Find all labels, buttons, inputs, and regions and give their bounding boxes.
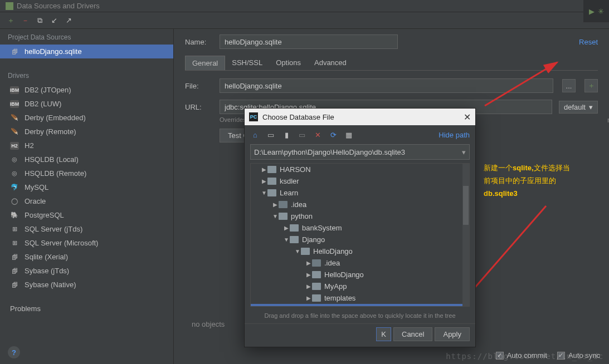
help-button[interactable]: ?: [8, 346, 20, 358]
driver-icon: 🗐: [10, 267, 19, 275]
expand-icon[interactable]: ▶: [261, 178, 267, 184]
driver-item-sqlite[interactable]: 🗐Sqlite (Xerial): [0, 250, 173, 264]
tab-general[interactable]: General: [185, 56, 225, 70]
driver-icon: 🪶: [10, 114, 19, 122]
driver-item-hsqldb-local[interactable]: ◎HSQLDB (Local): [0, 153, 173, 166]
collapse-icon[interactable]: ▼: [294, 248, 301, 254]
toolbar: ＋ － ⧉ ↙ ↗: [0, 12, 609, 29]
bug-icon[interactable]: ✳: [598, 7, 604, 16]
project-icon[interactable]: ▮: [281, 130, 291, 140]
copy-icon[interactable]: ⧉: [35, 16, 45, 26]
driver-icon: 🐬: [10, 184, 19, 191]
url-dropdown[interactable]: default▾: [559, 101, 598, 114]
driver-item-sqlserver-ms[interactable]: ⊞SQL Server (Microsoft): [0, 236, 173, 250]
add-icon[interactable]: ＋: [6, 16, 16, 26]
folder-icon: [290, 224, 299, 232]
driver-icon: ◯: [10, 198, 19, 205]
datasource-item[interactable]: 🗐 helloDjango.sqlite: [0, 45, 173, 58]
right-toolbar: ▶ ✳: [583, 0, 609, 22]
driver-item-sqlserver-jtds[interactable]: ⊞SQL Server (jTds): [0, 222, 173, 236]
dialog-title: Choose Database File: [262, 113, 334, 121]
scrollbar[interactable]: [462, 164, 469, 306]
expand-icon[interactable]: ▶: [305, 260, 312, 266]
collapse-icon[interactable]: ▼: [261, 190, 267, 196]
driver-item-sybase-native[interactable]: 🗐Sybase (Native): [0, 278, 173, 292]
url-label: URL:: [185, 103, 213, 111]
import-icon[interactable]: ↙: [49, 16, 59, 26]
history-icon[interactable]: ▾: [462, 148, 466, 156]
datasource-label: helloDjango.sqlite: [25, 47, 82, 56]
app-icon: [6, 2, 13, 10]
reset-link[interactable]: Reset: [579, 38, 598, 46]
driver-item-postgresql[interactable]: 🐘PostgreSQL: [0, 208, 173, 222]
driver-item-h2[interactable]: H2H2: [0, 139, 173, 153]
file-label: File:: [185, 82, 213, 90]
titlebar: Data Sources and Drivers: [0, 0, 609, 12]
dialog-titlebar: PC Choose Database File ✕: [245, 109, 475, 125]
app-icon: PC: [249, 112, 258, 121]
driver-icon: ⊞: [10, 225, 19, 233]
showhidden-icon[interactable]: ▦: [344, 130, 354, 140]
collapse-icon[interactable]: ▼: [272, 213, 279, 219]
driver-item-derby-embedded[interactable]: 🪶Derby (Embedded): [0, 111, 173, 125]
sidebar-heading-drivers: Drivers: [0, 68, 173, 83]
driver-icon: IBM: [10, 86, 19, 94]
driver-item-db2-luw[interactable]: IBMDB2 (LUW): [0, 97, 173, 111]
sidebar: Project Data Sources 🗐 helloDjango.sqlit…: [0, 29, 174, 364]
folder-icon: [290, 236, 299, 243]
driver-icon: IBM: [10, 100, 19, 108]
driver-item-hsqldb-remote[interactable]: ◎HSQLDB (Remote): [0, 166, 173, 180]
tab-ssh[interactable]: SSH/SSL: [225, 56, 269, 70]
export-icon[interactable]: ↗: [64, 16, 74, 26]
driver-icon: 🗐: [10, 281, 19, 289]
driver-icon: ◎: [10, 156, 19, 164]
newfolder-icon[interactable]: ▭: [297, 130, 307, 140]
cancel-button[interactable]: Cancel: [393, 327, 432, 341]
folder-icon: [267, 178, 276, 185]
ok-button[interactable]: K: [376, 327, 391, 341]
hide-path-link[interactable]: Hide path: [439, 131, 470, 139]
desktop-icon[interactable]: ▭: [266, 130, 276, 140]
tab-advanced[interactable]: Advanced: [308, 56, 353, 70]
db-file-icon: ≡: [312, 306, 320, 307]
folder-icon: [301, 248, 310, 255]
watermark: https://blog.csdn.net/lm_is_dc: [446, 352, 603, 361]
apply-button[interactable]: Apply: [435, 327, 470, 341]
expand-icon[interactable]: ▶: [283, 225, 290, 231]
driver-item-sybase-jtds[interactable]: 🗐Sybase (jTds): [0, 264, 173, 278]
driver-item-derby-remote[interactable]: 🪶Derby (Remote): [0, 125, 173, 139]
selected-file-row: ≡db.sqlite3: [251, 304, 469, 307]
sidebar-item-problems[interactable]: Problems: [0, 302, 173, 316]
path-input[interactable]: D:\Learn\python\Django\HelloDjango\db.sq…: [250, 144, 470, 160]
remove-icon[interactable]: －: [20, 16, 30, 26]
expand-icon[interactable]: ▶: [261, 166, 267, 173]
driver-icon: ◎: [10, 170, 19, 178]
dialog-toolbar: ⌂ ▭ ▮ ▭ ✕ ⟳ ▦ Hide path: [245, 125, 475, 144]
browse-button[interactable]: ...: [562, 79, 576, 92]
expand-icon[interactable]: ▶: [272, 201, 279, 208]
add-file-button[interactable]: ＋: [584, 79, 598, 92]
tabs: General SSH/SSL Options Advanced: [185, 56, 598, 71]
driver-item-oracle[interactable]: ◯Oracle: [0, 194, 173, 208]
close-icon[interactable]: ✕: [464, 112, 471, 122]
driver-item-db2-jtopen[interactable]: IBMDB2 (JTOpen): [0, 83, 173, 97]
collapse-icon[interactable]: ▼: [283, 237, 290, 243]
home-icon[interactable]: ⌂: [250, 130, 260, 140]
folder-icon: [279, 201, 288, 208]
file-input[interactable]: [220, 78, 553, 93]
folder-icon: [312, 294, 321, 302]
name-label: Name:: [185, 38, 213, 46]
file-tree[interactable]: ▶HARSON ▶ksdler ▼Learn ▶.idea ▼python ▶b…: [250, 163, 470, 307]
folder-icon: [312, 259, 321, 267]
expand-icon[interactable]: ▶: [305, 295, 312, 301]
driver-icon: H2: [10, 142, 19, 150]
expand-icon[interactable]: ▶: [305, 283, 312, 289]
expand-icon[interactable]: ▶: [305, 272, 312, 278]
refresh-icon[interactable]: ⟳: [328, 130, 338, 140]
name-input[interactable]: [220, 35, 398, 49]
run-icon[interactable]: ▶: [589, 7, 595, 16]
delete-icon[interactable]: ✕: [313, 130, 323, 140]
folder-icon: [267, 166, 276, 173]
tab-options[interactable]: Options: [269, 56, 308, 70]
driver-item-mysql[interactable]: 🐬MySQL: [0, 180, 173, 194]
